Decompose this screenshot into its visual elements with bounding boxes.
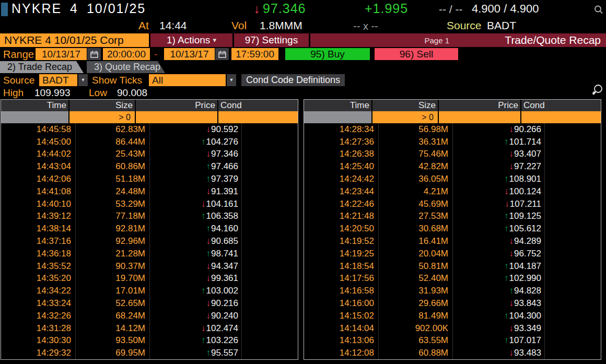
show-ticks-dropdown[interactable]: All — [149, 74, 226, 86]
trade-row[interactable]: 14:15:0281.49M↑104.300 — [304, 310, 601, 322]
trade-time: 14:26:38 — [304, 148, 379, 161]
tab-quote-recap[interactable]: 3) Quote Recap — [87, 61, 165, 73]
trade-row[interactable]: 14:13:0663.55M↑107.017 — [304, 335, 601, 347]
trade-row[interactable]: 14:16:5831.93M↑94.828 — [304, 285, 601, 297]
trade-row[interactable]: 14:17:5652.40M↑102.990 — [304, 273, 601, 285]
trade-price-value: 102.474 — [206, 323, 238, 334]
size-filter-field[interactable]: > 0 — [372, 111, 438, 123]
trade-size: 77.18M — [76, 210, 150, 223]
range-end-time-field[interactable]: 17:59:00 — [231, 48, 278, 60]
trade-time: 14:22:46 — [304, 198, 379, 210]
trade-row[interactable]: 14:24:4236.05M↑108.901 — [304, 173, 601, 185]
trade-price-value: 107.211 — [510, 199, 541, 209]
trade-row[interactable]: 14:29:3269.95M↑95.557 — [1, 347, 298, 359]
trade-size: 25.43M — [76, 148, 150, 161]
trade-row[interactable]: 14:30:3093.50M↑103.226 — [1, 335, 298, 347]
column-header-cond[interactable]: Cond — [218, 100, 298, 111]
price-filter-field[interactable] — [439, 111, 520, 123]
column-header-cond[interactable]: Cond — [521, 100, 601, 111]
trade-row[interactable]: 14:18:5450.81M↑104.187 — [304, 260, 601, 273]
function-title-bar: NYKRE 4 10/01/25 Corp 1) Actions ▾ 97) S… — [0, 33, 606, 47]
trade-row[interactable]: 14:40:1053.29M↓104.161 — [1, 198, 298, 210]
trade-row[interactable]: 14:41:0824.48M↓91.391 — [1, 185, 298, 198]
trade-cond — [545, 297, 601, 310]
time-filter-field[interactable] — [1, 111, 68, 123]
trade-row[interactable]: 14:26:3875.46M↓93.407 — [304, 148, 601, 161]
column-header-price[interactable]: Price — [439, 100, 520, 111]
time-filter-field[interactable] — [304, 111, 371, 123]
column-header-size[interactable]: Size — [372, 100, 438, 111]
trade-row[interactable]: 14:31:2814.12M↓102.474 — [1, 322, 298, 335]
cond-filter-field[interactable] — [218, 111, 298, 123]
column-header-price[interactable]: Price — [136, 100, 217, 111]
tick-up-icon: ↑ — [504, 335, 509, 346]
sell-button[interactable]: 96) Sell — [375, 48, 458, 60]
security-field[interactable]: NYKRE 4 10/01/25 Corp — [0, 33, 149, 47]
trade-row[interactable]: 14:19:5216.41M↓94.289 — [304, 235, 601, 248]
cond-filter-field[interactable] — [521, 111, 601, 123]
price-filter-field[interactable] — [136, 111, 217, 123]
trade-row[interactable]: 14:39:1277.18M↑106.358 — [1, 210, 298, 223]
source-dropdown[interactable]: BADT — [39, 74, 77, 86]
trade-price-value: 97.379 — [211, 174, 238, 184]
settings-button[interactable]: 97) Settings — [234, 33, 309, 47]
trade-row[interactable]: 14:14:04902.00K↓93.349 — [304, 322, 601, 335]
trade-row[interactable]: 14:35:5290.37M↓94.347 — [1, 260, 298, 273]
trade-row[interactable]: 14:42:0651.18M↑97.379 — [1, 173, 298, 185]
trade-row[interactable]: 14:44:0225.43M↓97.346 — [1, 148, 298, 161]
actions-button[interactable]: 1) Actions ▾ — [150, 33, 232, 47]
column-header-time[interactable]: Time — [304, 100, 371, 111]
calendar-icon[interactable] — [215, 48, 229, 60]
trade-price: ↓90.592 — [150, 123, 242, 136]
trade-cond — [242, 322, 298, 335]
trade-size: 30.68M — [379, 222, 453, 235]
trade-row[interactable]: 14:25:4042.82M↓97.227 — [304, 160, 601, 173]
trade-row[interactable]: 14:36:1821.28M↑98.741 — [1, 248, 298, 260]
trade-row[interactable]: 14:43:0460.86M↑97.466 — [1, 160, 298, 173]
trade-row[interactable]: 14:35:2019.70M↓99.361 — [1, 273, 298, 285]
cond-code-definitions-button[interactable]: Cond Code Definitions — [241, 74, 345, 86]
trade-row[interactable]: 14:22:4645.69M↓107.211 — [304, 198, 601, 210]
trade-row[interactable]: 14:20:5030.68M↑105.612 — [304, 222, 601, 235]
trade-time: 14:45:58 — [1, 123, 76, 136]
trade-cond — [545, 273, 601, 285]
trade-row[interactable]: 14:45:5862.83M↓90.592 — [1, 123, 298, 136]
trade-row[interactable]: 14:23:444.21M↓100.124 — [304, 185, 601, 198]
trade-row[interactable]: 14:28:3456.98M↓90.266 — [304, 123, 601, 136]
trade-price: ↑104.187 — [453, 260, 545, 273]
buy-button[interactable]: 95) Buy — [285, 48, 370, 60]
calendar-icon[interactable] — [87, 48, 101, 60]
trade-row[interactable]: 14:12:0860.88M↓93.483 — [304, 347, 601, 359]
trade-cond — [545, 210, 601, 223]
range-end-date-field[interactable]: 10/13/17 — [164, 48, 215, 60]
trade-time: 14:41:08 — [1, 185, 76, 198]
trade-row[interactable]: 14:38:1492.81M↑94.160 — [1, 222, 298, 235]
zoom-in-icon[interactable] — [590, 84, 604, 97]
tab-trade-recap[interactable]: 2) Trade Recap — [0, 61, 84, 73]
trade-row[interactable]: 14:32:2668.24M↓90.240 — [1, 310, 298, 322]
column-header-size[interactable]: Size — [69, 100, 135, 111]
trade-time: 14:36:18 — [1, 248, 76, 260]
price-change: +1.995 — [365, 1, 408, 16]
trade-row[interactable]: 14:16:0029.66M↓93.843 — [304, 297, 601, 310]
yield-pair: 4.900 / 4.900 — [472, 2, 539, 16]
range-start-date-field[interactable]: 10/13/17 — [36, 48, 87, 60]
search-icon[interactable] — [593, 5, 604, 15]
trade-size: 17.01M — [76, 285, 150, 297]
trade-row[interactable]: 14:34:2217.01M↑103.002 — [1, 285, 298, 297]
trade-size: 50.81M — [379, 260, 453, 273]
trade-row[interactable]: 14:21:4827.53M↑109.125 — [304, 210, 601, 223]
range-start-time-field[interactable]: 20:00:00 — [103, 48, 150, 60]
trade-row[interactable]: 14:37:1692.96M↓90.685 — [1, 235, 298, 248]
column-header-time[interactable]: Time — [1, 100, 68, 111]
trade-row[interactable]: 14:27:3636.31M↑101.714 — [304, 136, 601, 148]
tick-up-icon: ↑ — [504, 273, 509, 284]
trade-row[interactable]: 14:33:2452.65M↓90.216 — [1, 297, 298, 310]
trade-time: 14:24:42 — [304, 173, 379, 185]
chevron-down-icon[interactable]: ▼ — [227, 74, 236, 86]
at-label: At — [138, 19, 149, 32]
chevron-down-icon[interactable]: ▼ — [78, 74, 88, 86]
trade-row[interactable]: 14:45:0086.44M↑104.276 — [1, 136, 298, 148]
size-filter-field[interactable]: > 0 — [69, 111, 135, 123]
trade-row[interactable]: 14:19:2520.04M↓96.752 — [304, 248, 601, 260]
